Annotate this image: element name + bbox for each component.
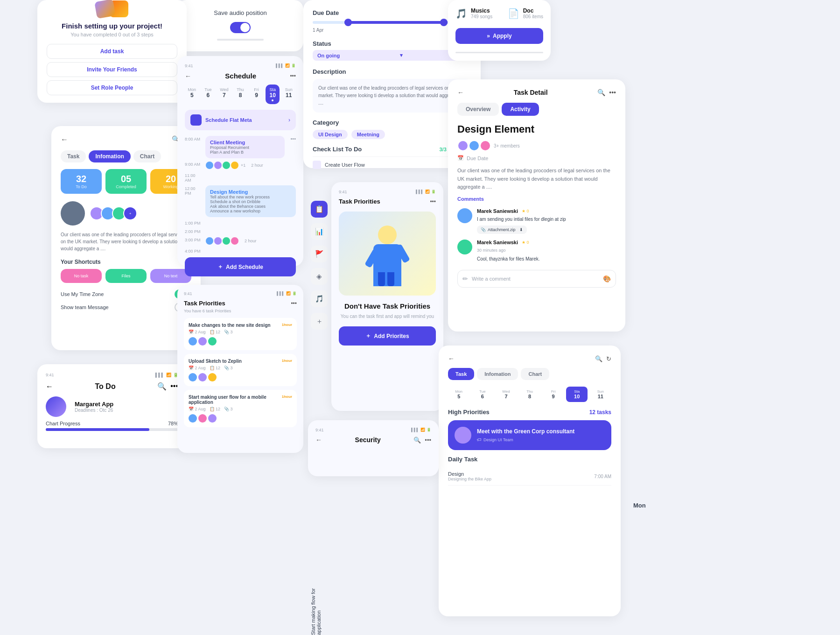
avatar (214, 161, 222, 169)
progress-fill (46, 428, 149, 431)
paperclip-icon: 📎 (481, 227, 486, 232)
day-sun[interactable]: Sun11 (589, 387, 611, 402)
shortcut-files[interactable]: Files (105, 269, 147, 283)
add-priorities-button[interactable]: ＋ Add Priorites (339, 326, 436, 346)
slider-bar[interactable] (313, 21, 471, 24)
schedule-banner[interactable]: Schedule Flat Meta › (185, 110, 296, 130)
tab-activity[interactable]: Activity (502, 103, 539, 116)
task-detail-title: Task Detail (514, 89, 548, 96)
write-comment-area[interactable]: ✏ Write a comment 🎨 (457, 270, 616, 288)
apply-button[interactable]: » Appply (455, 28, 543, 44)
day-thu[interactable]: Thu8 (519, 387, 541, 402)
day-mon[interactable]: Mon5 (448, 387, 470, 402)
comments-link[interactable]: Comments (457, 196, 616, 202)
day-wed[interactable]: Wed7 (217, 85, 231, 104)
emoji-icon[interactable]: 🎨 (603, 275, 611, 282)
tab-task[interactable]: Task (61, 150, 86, 162)
day-tue[interactable]: Tue6 (201, 85, 216, 104)
search-icon[interactable]: 🔍 (597, 89, 605, 96)
day-sta[interactable]: Sta10 (566, 387, 588, 402)
day-sta[interactable]: Sta10 (266, 85, 280, 104)
task-item-1[interactable]: Make changes to the new site design 1hou… (184, 318, 297, 350)
status-badge[interactable]: On going ▾ ↻ (313, 50, 471, 61)
event-design-meeting[interactable]: Design Meeting Tell about the new work p… (205, 185, 296, 217)
back-icon[interactable]: ← (457, 89, 464, 96)
download-icon[interactable]: ⬇ (519, 227, 523, 232)
priority-card[interactable]: Meet with the Green Corp consultant 🏷 De… (448, 420, 611, 450)
more-icon[interactable]: ••• (290, 73, 296, 79)
day-fri[interactable]: Fri9 (249, 85, 264, 104)
sidebar-icon-task[interactable]: 📋 (311, 201, 328, 218)
day-fri[interactable]: Fri9 (542, 387, 564, 402)
tab-infomation[interactable]: Infomation (477, 368, 518, 380)
shortcut-no-task[interactable]: No task (61, 269, 102, 283)
invite-friends-button[interactable]: Invite Your Friends (47, 62, 177, 77)
search-icon[interactable]: 🔍 (157, 382, 167, 391)
tag-icon: 🏷 (477, 437, 482, 442)
tab-chart[interactable]: Chart (133, 150, 161, 162)
sidebar-icon-plus[interactable]: ＋ (311, 313, 328, 330)
tab-chart[interactable]: Chart (521, 368, 549, 380)
todo-actions: 🔍 ••• (157, 382, 178, 391)
tab-overview[interactable]: Overview (457, 103, 499, 116)
more-icon[interactable]: ••• (291, 300, 297, 307)
day-mon[interactable]: Mon5 (185, 85, 199, 104)
no-priorities-illustration (339, 212, 436, 296)
audio-toggle[interactable] (230, 22, 251, 33)
task-item-3[interactable]: Start making user flow for a mobile appl… (184, 390, 297, 427)
np-message: Don't Have Task Priorities You can the t… (339, 302, 436, 320)
sidebar-icon-music[interactable]: 🎵 (311, 290, 328, 307)
status-row: On going ▾ ↻ (313, 50, 471, 61)
attachment-badge[interactable]: 📎 Attachment.zip ⬇ (477, 226, 527, 234)
date-slider[interactable]: 1 Apr 10 Apr (313, 21, 471, 33)
sidebar-icon-flag[interactable]: 🚩 (311, 246, 328, 262)
dt-info: Design Designing the Bike App (448, 471, 491, 481)
sidebar-icon-layers[interactable]: ◈ (311, 268, 328, 285)
back-icon[interactable]: ← (315, 436, 322, 444)
check-item-1[interactable]: Create User Flow ⚌ (313, 156, 471, 173)
more-icon[interactable]: ••• (425, 437, 431, 444)
task-item-2[interactable]: Upload Sketch to Zeplin 1hour 📅 2 Aug 📋 … (184, 354, 297, 386)
tab-task[interactable]: Task (448, 368, 474, 380)
day-tue[interactable]: Tue6 (472, 387, 494, 402)
priority-avatar (455, 427, 471, 444)
avatar (189, 373, 197, 381)
task-avatars (189, 414, 292, 423)
star-icon: ★ 0 (522, 209, 529, 213)
more-icon[interactable]: ••• (288, 136, 296, 141)
set-role-button[interactable]: Set Role People (47, 80, 177, 95)
day-wed[interactable]: Wed7 (495, 387, 517, 402)
music-sub: 749 songs (471, 14, 492, 19)
day-thu[interactable]: Thu8 (233, 85, 248, 104)
add-task-button[interactable]: Add task (47, 44, 177, 59)
tab-information[interactable]: Infomation (89, 150, 130, 162)
more-icon[interactable]: ••• (609, 89, 616, 96)
tag-ui-design[interactable]: UI Design (313, 130, 348, 139)
priorities-subtitle: You have 6 task Priorities (184, 309, 297, 313)
search-icon[interactable]: 🔍 (595, 355, 602, 362)
sidebar-icon-chart[interactable]: 📊 (311, 223, 328, 240)
sidebar-strip: 📋 📊 🚩 ◈ 🎵 ＋ (308, 201, 330, 330)
back-icon[interactable]: ← (46, 382, 53, 391)
checkbox-icon[interactable] (313, 161, 321, 169)
slider-thumb-left[interactable] (344, 19, 352, 26)
more-icon[interactable]: ••• (430, 198, 436, 205)
slider-thumb-right[interactable] (440, 19, 448, 26)
security-actions: 🔍 ••• (413, 437, 431, 444)
back-icon[interactable]: ← (185, 72, 191, 80)
task-meta: 📅 2 Aug 📋 12 📎 3 (189, 407, 292, 411)
event-client-meeting[interactable]: Client Meeting Proposal Recruiment Plan … (205, 136, 285, 158)
back-icon[interactable]: ← (448, 355, 455, 362)
tag-meetning[interactable]: Meetning (351, 130, 385, 139)
refresh-icon[interactable]: ↻ (606, 355, 611, 362)
avatar-more: + (123, 206, 137, 220)
daily-task-item[interactable]: Design Designing the Bike App 7:00 AM (448, 467, 611, 486)
plus-icon: ＋ (217, 263, 223, 271)
add-schedule-button[interactable]: ＋ Add Schedule (185, 257, 296, 276)
search-icon[interactable]: 🔍 (413, 437, 421, 444)
day-sun[interactable]: Sun11 (281, 85, 296, 104)
card-audio: Save audio position (177, 0, 303, 51)
date-labels: 1 Apr 10 Apr (313, 28, 471, 33)
back-icon[interactable]: ← (61, 135, 68, 144)
doc-info: Doc 806 items (523, 7, 543, 19)
